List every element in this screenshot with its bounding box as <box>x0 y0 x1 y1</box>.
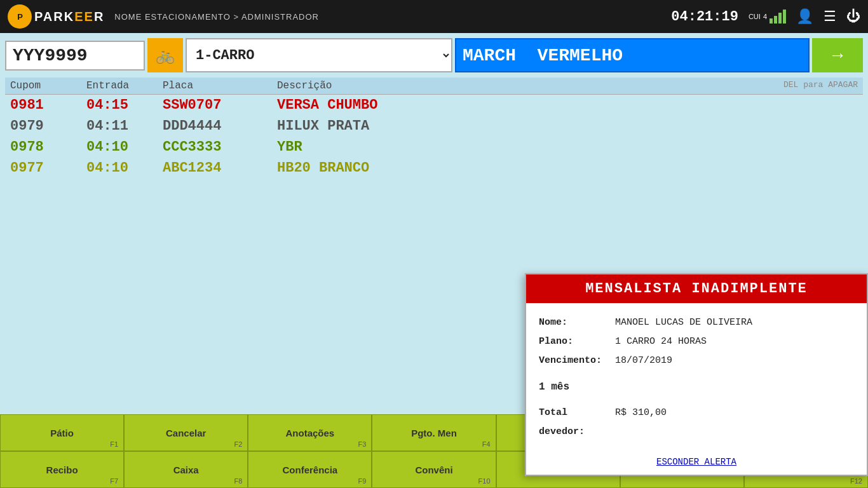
alert-plan-value: 1 CARRO 24 HORAS <box>615 332 707 351</box>
table-header: Cupom Entrada Placa Descrição DEL para A… <box>5 78 863 95</box>
cui-number: 4 <box>763 13 767 20</box>
btn-key: F1 <box>110 440 118 448</box>
bike-icon: 🚲 <box>156 46 175 64</box>
signal-bars <box>770 10 786 24</box>
action-button-f9[interactable]: Conferência F9 <box>248 451 372 488</box>
header: P PARKEER NOME ESTACIONAMENTO > ADMINIST… <box>0 0 868 33</box>
btn-key: F2 <box>234 440 242 448</box>
hide-alert-link[interactable]: ESCONDER ALERTA <box>526 457 867 467</box>
btn-key: F9 <box>358 477 367 485</box>
alert-box: MENSALISTA INADIMPLENTE Nome: MANOEL LUC… <box>525 273 868 476</box>
btn-label: Pátio <box>50 428 74 438</box>
header-cupom: Cupom <box>10 80 86 92</box>
btn-label: Recibo <box>46 464 78 475</box>
btn-label: Cancelar <box>166 428 206 438</box>
btn-key: F12 <box>850 477 862 485</box>
cell-entrada: 04:15 <box>86 97 163 113</box>
alert-header-bar: MENSALISTA INADIMPLENTE <box>526 274 867 303</box>
alert-plan-label: Plano: <box>539 332 615 351</box>
logo-text: PARKEER <box>34 10 104 24</box>
table-row[interactable]: 0979 04:11 DDD4444 HILUX PRATA <box>5 116 863 137</box>
btn-key: F7 <box>110 477 118 485</box>
btn-key: F4 <box>482 440 491 448</box>
table-row[interactable]: 0981 04:15 SSW0707 VERSA CHUMBO <box>5 95 863 116</box>
btn-key: F8 <box>234 477 242 485</box>
cui-label: CUI <box>749 13 761 20</box>
header-placa: Placa <box>163 80 277 92</box>
btn-label: Anotações <box>286 428 335 438</box>
action-button-f7[interactable]: Recibo F7 <box>0 451 124 488</box>
cell-entrada: 04:10 <box>86 139 163 155</box>
cell-descricao: VERSA CHUMBO <box>277 97 858 113</box>
cell-placa: CCC3333 <box>163 139 277 155</box>
alert-venc-value: 18/07/2019 <box>615 351 672 370</box>
alert-name-label: Nome: <box>539 313 615 332</box>
bar2 <box>774 16 777 24</box>
table-rows: 0981 04:15 SSW0707 VERSA CHUMBO 0979 04:… <box>5 95 863 179</box>
power-icon[interactable]: ⏻ <box>846 8 860 25</box>
cell-placa: ABC1234 <box>163 160 277 176</box>
go-button[interactable]: → <box>812 38 863 72</box>
alert-total-value: R$ 310,00 <box>615 403 667 442</box>
alert-name-row: Nome: MANOEL LUCAS DE OLIVEIRA <box>539 313 854 332</box>
btn-label: Convêni <box>415 464 452 475</box>
btn-label: Caixa <box>173 464 199 475</box>
table-row[interactable]: 0978 04:10 CCC3333 YBR <box>5 137 863 158</box>
btn-key: F10 <box>478 477 491 485</box>
alert-name-value: MANOEL LUCAS DE OLIVEIRA <box>615 313 752 332</box>
header-right: 04:21:19 CUI 4 👤 ☰ ⏻ <box>671 8 860 25</box>
alert-venc-label: Vencimento: <box>539 351 615 370</box>
header-title: NOME ESTACIONAMENTO > ADMINISTRADOR <box>114 12 319 22</box>
cell-placa: DDD4444 <box>163 118 277 134</box>
bar4 <box>783 10 786 24</box>
alert-total-row: Total devedor: R$ 310,00 <box>539 403 854 442</box>
bike-button[interactable]: 🚲 <box>147 38 183 72</box>
cell-placa: SSW0707 <box>163 97 277 113</box>
alert-venc-row: Vencimento: 18/07/2019 <box>539 351 854 370</box>
btn-label: Conferência <box>283 464 338 475</box>
user-icon[interactable]: 👤 <box>796 8 813 25</box>
header-del: DEL para APAGAR <box>783 80 858 92</box>
btn-label: Pgto. Men <box>411 428 457 438</box>
table-row[interactable]: 0977 04:10 ABC1234 HB20 BRANCO <box>5 158 863 179</box>
vehicle-select[interactable]: 1-CARRO 2-MOTO 3-CAMINHÃO <box>186 38 452 72</box>
action-button-f1[interactable]: Pátio F1 <box>0 414 124 451</box>
cell-cupom: 0981 <box>10 97 86 113</box>
action-button-f8[interactable]: Caixa F8 <box>124 451 248 488</box>
clock: 04:21:19 <box>671 9 738 25</box>
table-area: Cupom Entrada Placa Descrição DEL para A… <box>0 78 868 179</box>
bar3 <box>778 13 782 24</box>
bar1 <box>770 18 773 24</box>
description-input[interactable] <box>455 38 810 72</box>
cell-descricao: HB20 BRANCO <box>277 160 858 176</box>
action-button-f4[interactable]: Pgto. Men F4 <box>372 414 496 451</box>
cell-entrada: 04:11 <box>86 118 163 134</box>
input-row: 🚲 1-CARRO 2-MOTO 3-CAMINHÃO → <box>0 33 868 78</box>
go-icon: → <box>829 45 846 65</box>
header-descricao: Descrição <box>277 80 783 92</box>
cell-descricao: YBR <box>277 139 858 155</box>
signal-area: CUI 4 <box>749 10 786 24</box>
action-button-f2[interactable]: Cancelar F2 <box>124 414 248 451</box>
menu-icon[interactable]: ☰ <box>824 8 836 25</box>
action-button-f10[interactable]: Convêni F10 <box>372 451 496 488</box>
alert-total-label: Total devedor: <box>539 403 615 442</box>
header-entrada: Entrada <box>86 80 163 92</box>
btn-key: F3 <box>358 440 367 448</box>
plate-input[interactable] <box>5 41 145 71</box>
cell-entrada: 04:10 <box>86 160 163 176</box>
logo-icon: P <box>8 4 32 29</box>
cell-cupom: 0979 <box>10 118 86 134</box>
alert-body: Nome: MANOEL LUCAS DE OLIVEIRA Plano: 1 … <box>526 303 867 452</box>
cell-cupom: 0977 <box>10 160 86 176</box>
alert-months: 1 mês <box>539 377 854 397</box>
cell-cupom: 0978 <box>10 139 86 155</box>
alert-plan-row: Plano: 1 CARRO 24 HORAS <box>539 332 854 351</box>
logo: P PARKEER <box>8 4 104 29</box>
cell-descricao: HILUX PRATA <box>277 118 858 134</box>
action-button-f3[interactable]: Anotações F3 <box>248 414 372 451</box>
